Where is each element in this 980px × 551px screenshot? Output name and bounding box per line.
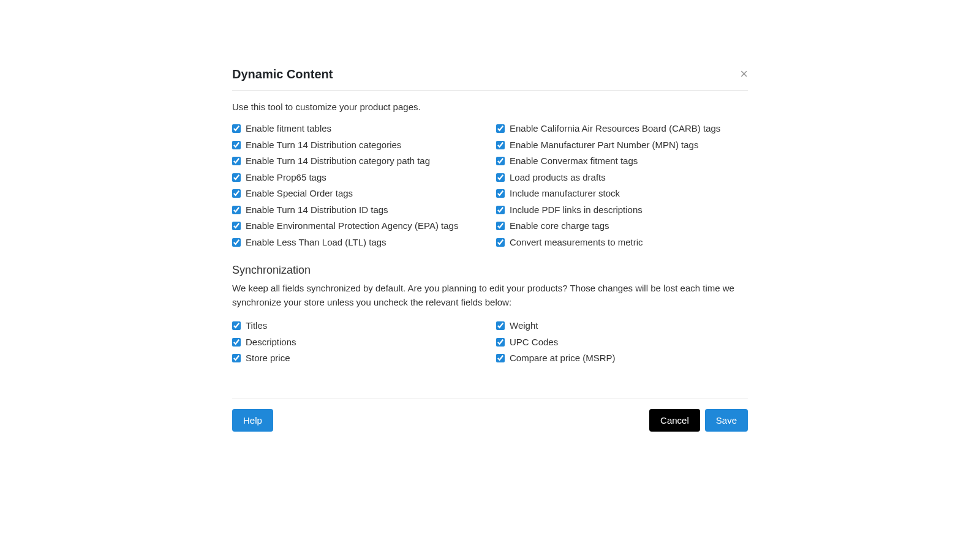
modal-footer: Help Cancel Save — [232, 399, 748, 432]
options-left-column: Enable fitment tablesEnable Turn 14 Dist… — [232, 122, 484, 252]
save-button[interactable]: Save — [705, 409, 748, 432]
option-checkbox[interactable] — [232, 189, 241, 198]
option-row: Enable core charge tags — [496, 219, 748, 233]
option-label[interactable]: Enable California Air Resources Board (C… — [510, 122, 720, 136]
option-label[interactable]: Enable Convermax fitment tags — [510, 154, 638, 168]
options-grid: Enable fitment tablesEnable Turn 14 Dist… — [232, 122, 748, 252]
option-label[interactable]: Load products as drafts — [510, 171, 606, 185]
sync-intro-text: We keep all fields synchronized by defau… — [232, 282, 748, 309]
sync-option-checkbox[interactable] — [232, 321, 241, 330]
sync-right-column: WeightUPC CodesCompare at price (MSRP) — [496, 319, 748, 368]
sync-option-checkbox[interactable] — [496, 354, 505, 362]
sync-option-row: Store price — [232, 351, 484, 365]
option-checkbox[interactable] — [496, 141, 505, 149]
sync-heading: Synchronization — [232, 264, 748, 277]
option-label[interactable]: Include manufacturer stock — [510, 187, 620, 201]
cancel-button[interactable]: Cancel — [649, 409, 700, 432]
sync-option-label[interactable]: Compare at price (MSRP) — [510, 351, 616, 365]
option-label[interactable]: Enable core charge tags — [510, 219, 609, 233]
modal-title: Dynamic Content — [232, 67, 333, 81]
option-row: Enable Turn 14 Distribution category pat… — [232, 154, 484, 168]
option-checkbox[interactable] — [232, 206, 241, 214]
option-checkbox[interactable] — [232, 222, 241, 230]
option-checkbox[interactable] — [232, 124, 241, 133]
sync-option-checkbox[interactable] — [496, 321, 505, 330]
sync-option-label[interactable]: Store price — [246, 351, 290, 365]
sync-option-row: UPC Codes — [496, 335, 748, 350]
option-checkbox[interactable] — [496, 189, 505, 198]
option-row: Enable Manufacturer Part Number (MPN) ta… — [496, 138, 748, 152]
options-right-column: Enable California Air Resources Board (C… — [496, 122, 748, 252]
sync-option-label[interactable]: Descriptions — [246, 335, 296, 350]
sync-option-label[interactable]: Titles — [246, 319, 267, 333]
option-row: Load products as drafts — [496, 171, 748, 185]
footer-right-group: Cancel Save — [649, 409, 748, 432]
sync-option-row: Weight — [496, 319, 748, 333]
option-row: Include manufacturer stock — [496, 187, 748, 201]
option-label[interactable]: Enable Special Order tags — [246, 187, 353, 201]
option-label[interactable]: Convert measurements to metric — [510, 236, 643, 250]
option-label[interactable]: Enable Less Than Load (LTL) tags — [246, 236, 386, 250]
option-label[interactable]: Enable Turn 14 Distribution categories — [246, 138, 401, 152]
option-label[interactable]: Enable Turn 14 Distribution ID tags — [246, 203, 388, 217]
help-button[interactable]: Help — [232, 409, 273, 432]
option-row: Enable fitment tables — [232, 122, 484, 136]
option-label[interactable]: Enable Environmental Protection Agency (… — [246, 219, 458, 233]
option-checkbox[interactable] — [232, 238, 241, 247]
option-checkbox[interactable] — [496, 206, 505, 214]
dynamic-content-modal: Dynamic Content × Use this tool to custo… — [232, 67, 748, 432]
option-checkbox[interactable] — [232, 173, 241, 182]
option-checkbox[interactable] — [232, 141, 241, 149]
option-label[interactable]: Enable Turn 14 Distribution category pat… — [246, 154, 430, 168]
option-row: Enable California Air Resources Board (C… — [496, 122, 748, 136]
option-row: Enable Convermax fitment tags — [496, 154, 748, 168]
option-row: Enable Turn 14 Distribution categories — [232, 138, 484, 152]
modal-header: Dynamic Content × — [232, 67, 748, 91]
sync-option-row: Compare at price (MSRP) — [496, 351, 748, 365]
sync-option-row: Descriptions — [232, 335, 484, 350]
option-row: Enable Special Order tags — [232, 187, 484, 201]
sync-option-checkbox[interactable] — [232, 338, 241, 347]
option-row: Include PDF links in descriptions — [496, 203, 748, 217]
option-row: Convert measurements to metric — [496, 236, 748, 250]
option-checkbox[interactable] — [496, 238, 505, 247]
option-checkbox[interactable] — [232, 157, 241, 165]
option-label[interactable]: Enable Manufacturer Part Number (MPN) ta… — [510, 138, 698, 152]
option-row: Enable Less Than Load (LTL) tags — [232, 236, 484, 250]
option-row: Enable Environmental Protection Agency (… — [232, 219, 484, 233]
option-row: Enable Turn 14 Distribution ID tags — [232, 203, 484, 217]
option-label[interactable]: Enable Prop65 tags — [246, 171, 326, 185]
option-label[interactable]: Enable fitment tables — [246, 122, 331, 136]
sync-grid: TitlesDescriptionsStore price WeightUPC … — [232, 319, 748, 368]
option-checkbox[interactable] — [496, 222, 505, 230]
sync-option-row: Titles — [232, 319, 484, 333]
option-checkbox[interactable] — [496, 157, 505, 165]
sync-option-label[interactable]: UPC Codes — [510, 335, 558, 350]
option-checkbox[interactable] — [496, 173, 505, 182]
option-label[interactable]: Include PDF links in descriptions — [510, 203, 643, 217]
intro-text: Use this tool to customize your product … — [232, 102, 748, 112]
option-row: Enable Prop65 tags — [232, 171, 484, 185]
sync-left-column: TitlesDescriptionsStore price — [232, 319, 484, 368]
close-icon: × — [740, 66, 748, 81]
close-button[interactable]: × — [740, 67, 748, 81]
sync-option-checkbox[interactable] — [232, 354, 241, 362]
sync-option-checkbox[interactable] — [496, 338, 505, 347]
sync-option-label[interactable]: Weight — [510, 319, 538, 333]
option-checkbox[interactable] — [496, 124, 505, 133]
